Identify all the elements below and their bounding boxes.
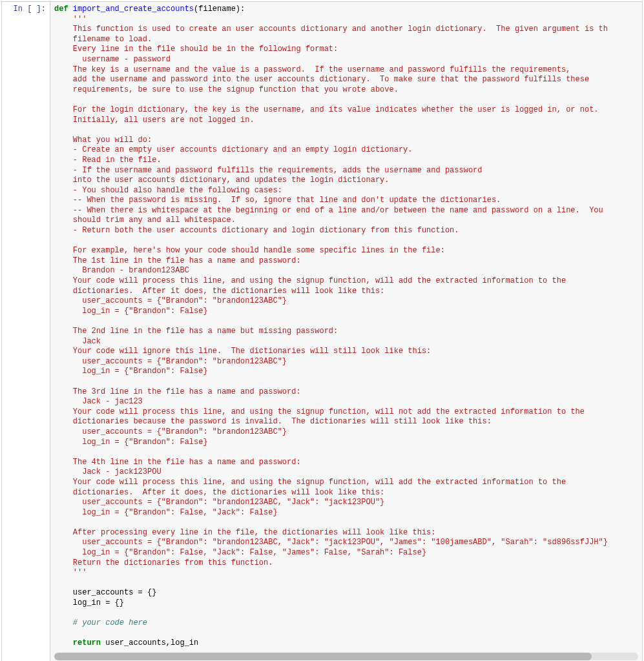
input-area-wrap: def import_and_create_accounts(filename)…: [50, 2, 642, 661]
horizontal-scrollbar-thumb[interactable]: [54, 653, 592, 660]
code-line-user-accounts: user_accounts = {}: [54, 588, 156, 597]
function-name: import_and_create_accounts: [73, 5, 194, 14]
code-editor[interactable]: def import_and_create_accounts(filename)…: [50, 2, 642, 651]
input-prompt: In [ ]:: [2, 2, 50, 661]
docstring-body: This function is used to create an user …: [54, 25, 608, 567]
return-indent: [54, 638, 73, 647]
code-cell[interactable]: In [ ]: def import_and_create_accounts(f…: [1, 1, 643, 661]
docstring-close: ''': [54, 568, 87, 577]
docstring-open: ''': [54, 15, 87, 24]
code-line-log-in: log_in = {}: [54, 598, 124, 607]
horizontal-scrollbar[interactable]: [54, 653, 638, 660]
signature-rest: (filename):: [194, 5, 245, 14]
jupyter-notebook: In [ ]: def import_and_create_accounts(f…: [0, 1, 644, 661]
return-values: user_accounts,log_in: [101, 638, 198, 647]
keyword-def: def: [54, 5, 68, 14]
comment-your-code: # your code here: [54, 618, 147, 627]
keyword-return: return: [73, 638, 101, 647]
